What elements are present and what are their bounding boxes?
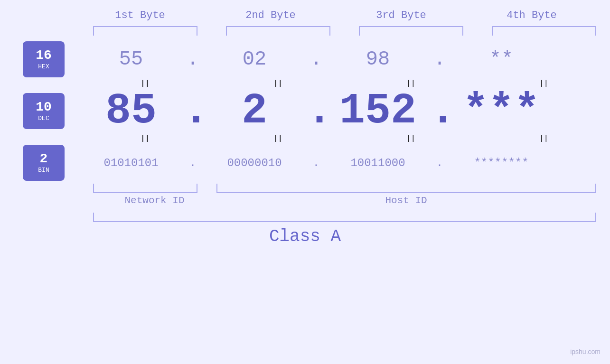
bin-val-1: 01010101 xyxy=(79,157,183,169)
top-bracket-4 xyxy=(492,26,596,36)
hex-val-2: 02 xyxy=(202,48,307,71)
dec-base-type: DEC xyxy=(38,115,49,122)
bin-dot-2: . xyxy=(307,157,326,169)
main-container: 1st Byte 2nd Byte 3rd Byte 4th Byte 16 H… xyxy=(0,0,610,364)
bin-dot-3: . xyxy=(430,157,449,169)
hex-label-box: 16 HEX xyxy=(23,41,65,77)
eq-2-2: || xyxy=(226,134,330,143)
eq-2-3: || xyxy=(359,134,463,143)
bot-bracket-host xyxy=(216,184,596,193)
hex-base-type: HEX xyxy=(38,63,49,70)
hex-base-num: 16 xyxy=(36,49,52,62)
dec-dot-3: . xyxy=(430,90,449,132)
bin-label-box: 2 BIN xyxy=(23,145,65,181)
bin-base-type: BIN xyxy=(38,167,49,174)
bin-dot-1: . xyxy=(183,157,202,169)
equals-row-2: || || || || xyxy=(93,134,596,143)
hex-dot-3: . xyxy=(430,48,449,71)
bin-val-4: ******** xyxy=(449,157,554,169)
class-label: Class A xyxy=(0,227,610,246)
byte-header-3: 3rd Byte xyxy=(344,9,458,21)
bin-base-num: 2 xyxy=(40,152,48,166)
bin-values: 01010101 . 00000010 . 10011000 . *******… xyxy=(79,157,610,169)
bottom-brackets xyxy=(93,184,596,193)
dec-values: 85 . 2 . 152 . *** xyxy=(79,90,610,132)
top-bracket-1 xyxy=(93,26,197,36)
dec-label-box: 10 DEC xyxy=(23,93,65,129)
bin-val-3: 10011000 xyxy=(326,157,430,169)
bin-val-2: 00000010 xyxy=(202,157,307,169)
dec-val-3: 152 xyxy=(326,90,430,132)
hex-val-4: ** xyxy=(449,48,554,71)
network-id-label: Network ID xyxy=(93,195,216,206)
hex-val-3: 98 xyxy=(326,48,430,71)
top-brackets xyxy=(93,26,596,36)
dec-dot-1: . xyxy=(183,90,202,132)
byte-header-4: 4th Byte xyxy=(475,9,589,21)
hex-val-1: 55 xyxy=(79,48,183,71)
byte-headers: 1st Byte 2nd Byte 3rd Byte 4th Byte xyxy=(75,9,597,21)
watermark: ipshu.com xyxy=(570,348,601,355)
hex-row: 16 HEX 55 . 02 . 98 . ** xyxy=(0,41,610,77)
dec-val-2: 2 xyxy=(202,90,307,132)
host-id-label: Host ID xyxy=(216,195,596,206)
hex-dot-2: . xyxy=(307,48,326,71)
wide-bottom-bracket xyxy=(93,213,596,222)
hex-values: 55 . 02 . 98 . ** xyxy=(79,48,610,71)
top-bracket-2 xyxy=(226,26,330,36)
dec-row: 10 DEC 85 . 2 . 152 . *** xyxy=(0,90,610,132)
bot-bracket-network xyxy=(93,184,197,193)
top-bracket-3 xyxy=(359,26,463,36)
hex-dot-1: . xyxy=(183,48,202,71)
byte-header-2: 2nd Byte xyxy=(214,9,328,21)
id-labels: Network ID Host ID xyxy=(93,195,596,206)
byte-header-1: 1st Byte xyxy=(83,9,197,21)
bin-row: 2 BIN 01010101 . 00000010 . 10011000 . *… xyxy=(0,145,610,181)
dec-val-4: *** xyxy=(449,90,554,132)
eq-2-1: || xyxy=(93,134,197,143)
dec-base-num: 10 xyxy=(36,101,52,114)
eq-2-4: || xyxy=(492,134,596,143)
dec-val-1: 85 xyxy=(79,90,183,132)
dec-dot-2: . xyxy=(307,90,326,132)
